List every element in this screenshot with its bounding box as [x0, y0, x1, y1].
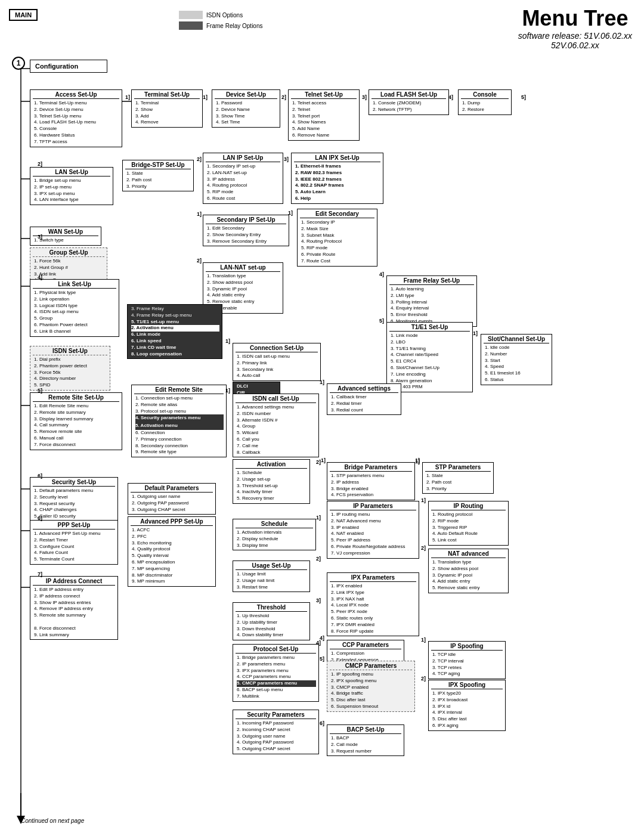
- connection-setup-title: Connection Set-Up: [236, 345, 318, 352]
- threshold-items: 1. Up threshold 2. Up stability timer 3.…: [236, 613, 307, 639]
- remote-site-items: 1. Edit Remote Site menu 2. Remote site …: [33, 403, 119, 448]
- ipx-spoofing-items: 1. IPX type20 2. IPX broadcast 3. IPX id…: [431, 690, 503, 729]
- configuration-box: Configuration: [30, 60, 107, 73]
- conn-label-cmcp: 5]: [320, 656, 324, 662]
- usage-setup-title: Usage Set-Up: [236, 562, 307, 570]
- conn-label-security: 6]: [38, 473, 42, 479]
- bridge-parameters-box: Bridge Parameters 1. STP parameters menu…: [327, 462, 415, 500]
- conn-label-lan-ip: 2]: [197, 156, 202, 162]
- protocol-setup-title: Protocol Set-Up: [236, 646, 316, 654]
- advanced-settings-title: Advanced settings: [330, 385, 398, 393]
- conn-label-sched: 1]: [316, 515, 321, 521]
- connection-setup-items: 1. ISDN call set-up menu 2. Primary link…: [236, 354, 318, 379]
- isdn-setup-title: ISDN Set-Up: [33, 348, 107, 355]
- stp-parameters-items: 1. State 2. Path cost 3. Priority: [425, 473, 491, 492]
- t1e1-setup-items: 1. Link mode 2. LBO 3. T1/E1 framing 4. …: [389, 333, 470, 391]
- conn-label-cs: 1]: [225, 338, 230, 344]
- continued-text: Continued on next page: [21, 817, 84, 824]
- link-setup-frame-relay-box: 3. Frame Relay 4. Frame Relay set-up men…: [127, 304, 222, 359]
- schedule-title: Schedule: [236, 521, 313, 528]
- protocol-setup-items: 1. Bridge parameters menu 2. IP paramete…: [236, 655, 316, 700]
- conn-label-row3: 3]: [38, 234, 42, 240]
- isdn-label: ISDN Options: [206, 12, 243, 18]
- isdn-box: [179, 11, 203, 19]
- bacp-setup-items: 1. BACP 2. Call mode 3. Request number: [330, 735, 401, 754]
- bacp-setup-title: BACP Set-Up: [330, 726, 401, 734]
- conn-label-bp: 1]: [321, 457, 326, 463]
- legend-isdn: ISDN Options: [179, 11, 262, 19]
- t1e1-setup-box: T1/E1 Set-Up 1. Link mode 2. LBO 3. T1/E…: [386, 322, 473, 392]
- bridge-parameters-items: 1. STP parameters menu 2. IP address 3. …: [330, 473, 412, 498]
- conn-label-act: 2]: [316, 459, 321, 465]
- edit-secondary-items: 1. Secondary IP 2. Mask Size 3. Subnet M…: [300, 219, 374, 265]
- conn-label-frs: 4]: [379, 271, 384, 277]
- device-setup-title: Device Set-Up: [215, 91, 277, 99]
- activation-box: Activation 1. Schedule 2. Usage set-up 3…: [233, 459, 310, 504]
- link-setup-frame-relay-items: 3. Frame Relay 4. Frame Relay set-up men…: [130, 306, 219, 357]
- bridge-parameters-title: Bridge Parameters: [330, 464, 412, 472]
- conn-label-secondary-ip: 1]: [197, 211, 202, 217]
- conn-label-4: 3]: [362, 94, 367, 100]
- threshold-box: Threshold 1. Up threshold 2. Up stabilit…: [233, 602, 310, 640]
- stp-parameters-title: STP Parameters: [425, 464, 491, 472]
- advanced-ppp-box: Advanced PPP Set-Up 1. ACFC 2. PFC 3. Ec…: [128, 516, 216, 587]
- default-parameters-items: 1. Outgoing user name 2. Outgoing PAP pa…: [131, 494, 213, 513]
- isdn-setup-box: ISDN Set-Up 1. Dial prefix 2. Phantom po…: [30, 346, 110, 391]
- ppp-setup-box: PPP Set-Up 1. Advanced PPP Set-Up menu 2…: [30, 520, 118, 565]
- load-flash-box: Load FLASH Set-Up 1. Console (ZMODEM) 2.…: [369, 89, 449, 115]
- ppp-setup-items: 1. Advanced PPP Set-Up menu 2. Restart T…: [33, 531, 115, 563]
- frame-relay-setup-box: Frame Relay Set-Up 1. Auto learning 2. L…: [386, 275, 477, 327]
- edit-secondary-box: Edit Secondary 1. Secondary IP 2. Mask S…: [297, 209, 377, 267]
- advanced-ppp-title: Advanced PPP Set-Up: [131, 518, 213, 526]
- remote-site-title: Remote Site Set-Up: [33, 394, 119, 402]
- lan-setup-title: LAN Set-Up: [33, 169, 110, 176]
- cmcp-parameters-title: CMCP Parameters: [330, 662, 412, 670]
- conn-label-6: 5]: [521, 94, 526, 100]
- lan-nat-title: LAN-NAT set-up: [206, 264, 280, 272]
- cmcp-parameters-items: 1. IP spoofing menu 2. IPX spoofing menu…: [330, 671, 412, 710]
- conn-label-usage: 2]: [316, 556, 321, 562]
- ip-routing-box: IP Routing 1. Routing protocol 2. RIP mo…: [428, 501, 509, 546]
- lan-ipx-setup-items: 1. Ethernet-II frames 2. RAW 802.3 frame…: [294, 163, 380, 202]
- frame-relay-label: Frame Relay Options: [206, 23, 262, 29]
- conn-label-ics: 1]: [225, 388, 230, 394]
- conn-label-3: 2]: [281, 94, 286, 100]
- ip-address-connect-title: IP Address Connect: [33, 578, 115, 586]
- conn-label-stpb: 1]: [415, 459, 420, 465]
- conn-label-edit-sec: 1]: [288, 210, 293, 216]
- lan-setup-box: LAN Set-Up 1. Bridge set-up menu 2. IP s…: [30, 167, 113, 205]
- remote-site-box: Remote Site Set-Up 1. Edit Remote Site m…: [30, 392, 122, 450]
- bottom-text: Continued on next page: [21, 817, 84, 824]
- nat-advanced-title: NAT advanced: [431, 550, 506, 558]
- main-button[interactable]: MAIN: [9, 9, 38, 21]
- bridge-stp-box: Bridge-STP Set-Up 1. State 2. Path cost …: [122, 160, 194, 191]
- page: MAIN Menu Tree software release: 51V.06.…: [0, 0, 644, 833]
- conn-label-advsett: 1]: [320, 379, 324, 385]
- ip-spoofing-title: IP Spoofing: [431, 643, 503, 651]
- conn-label-5: 4]: [448, 94, 453, 100]
- ipx-parameters-items: 1. IPX enabled 2. Link IPX type 3. IPX N…: [330, 583, 416, 634]
- ip-spoofing-box: IP Spoofing 1. TCP idle 2. TCP interval …: [428, 641, 506, 679]
- conn-label-link: 4]: [38, 274, 42, 280]
- conn-label-lan-ipx: 3]: [284, 156, 289, 162]
- ipx-parameters-title: IPX Parameters: [330, 574, 416, 582]
- link-setup-box: Link Set-Up 1. Physical link type 2. Lin…: [30, 279, 119, 337]
- wan-setup-items: 1. Switch type: [33, 237, 98, 244]
- legend: ISDN Options Frame Relay Options: [179, 11, 262, 30]
- advanced-settings-box: Advanced settings 1. Callback timer 2. R…: [327, 383, 401, 415]
- advanced-settings-items: 1. Callback timer 2. Redial timer 3. Red…: [330, 394, 398, 413]
- telnet-setup-title: Telnet Set-Up: [291, 91, 357, 99]
- default-parameters-title: Default Parameters: [131, 485, 213, 493]
- secondary-ip-items: 1. Edit Secondary 2. Show Secondary Entr…: [206, 225, 286, 244]
- secondary-ip-box: Secondary IP Set-Up 1. Edit Secondary 2.…: [203, 215, 289, 246]
- edit-remote-site-items: 1. Connection set-up menu 2. Remote site…: [134, 395, 224, 456]
- console-box: Console 1. Dump 2. Restore: [458, 89, 512, 115]
- bacp-setup-box: BACP Set-Up 1. BACP 2. Call mode 3. Requ…: [327, 724, 404, 756]
- conn-label-ppp: 6]: [38, 515, 42, 521]
- edit-remote-site-box: Edit Remote Site 1. Connection set-up me…: [131, 385, 227, 457]
- page-title: Menu Tree: [518, 6, 632, 31]
- edit-secondary-title: Edit Secondary: [300, 210, 374, 218]
- ip-parameters-box: IP Parameters 1. IP routing menu 2. NAT …: [327, 501, 419, 559]
- access-setup-box: Access Set-Up 1. Terminal Set-Up menu 2.…: [30, 89, 122, 147]
- schedule-box: Schedule 1. Activation intervals 2. Disp…: [233, 519, 316, 550]
